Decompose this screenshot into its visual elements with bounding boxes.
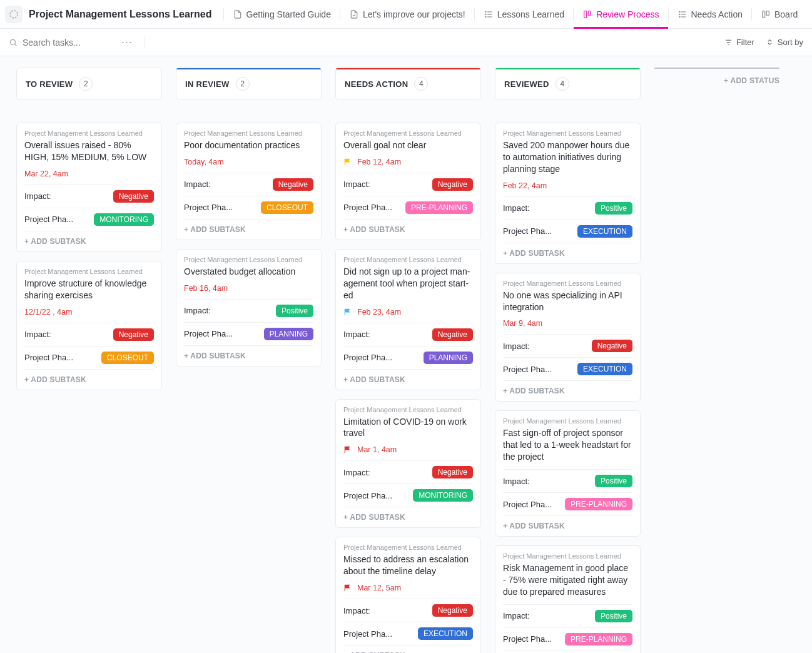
impact-pill[interactable]: Positive	[595, 610, 632, 622]
date-row: Today, 4am	[184, 158, 313, 166]
column-header[interactable]: REVIEWED4	[495, 68, 641, 100]
phase-pill[interactable]: EXECUTION	[577, 363, 632, 375]
phase-pill[interactable]: PRE-PLANNING	[405, 201, 473, 214]
impact-pill[interactable]: Negative	[113, 328, 154, 341]
due-date: Feb 12, 4am	[357, 158, 401, 166]
phase-pill[interactable]: PRE-PLANNING	[565, 633, 632, 645]
views-nav: Getting Started GuideLet's improve our p…	[224, 0, 807, 28]
phase-row: Project Pha...EXECUTION	[503, 357, 632, 380]
impact-row: Impact:Negative	[343, 460, 473, 483]
date-row: Mar 9, 4am	[503, 319, 632, 328]
tab-label: Review Process	[596, 9, 659, 19]
column-count: 4	[414, 77, 428, 91]
svg-point-6	[485, 16, 485, 17]
column-header[interactable]: NEEDS ACTION4	[335, 68, 481, 100]
phase-pill[interactable]: PRE-PLANNING	[565, 498, 632, 510]
phase-pill[interactable]: CLOSEOUT	[101, 352, 154, 364]
add-subtask-button[interactable]: + ADD SUBTASK	[343, 645, 473, 653]
task-title: Saved 200 manpower hours due to automati…	[503, 139, 632, 175]
task-card[interactable]: Project Management Lessons LearnedFast s…	[495, 410, 641, 537]
impact-pill[interactable]: Negative	[432, 178, 473, 191]
task-card[interactable]: Project Management Lessons LearnedNo one…	[495, 273, 641, 402]
filter-button[interactable]: Filter	[724, 38, 754, 47]
column-count: 2	[79, 77, 93, 91]
impact-pill[interactable]: Positive	[595, 202, 632, 215]
task-card[interactable]: Project Management Lessons LearnedRisk M…	[495, 545, 641, 653]
task-card[interactable]: Project Management Lessons LearnedPoor d…	[176, 123, 322, 240]
task-card[interactable]: Project Management Lessons LearnedDid no…	[335, 249, 481, 390]
tab-board[interactable]: Board	[752, 0, 806, 28]
impact-pill[interactable]: Positive	[276, 305, 313, 317]
add-subtask-button[interactable]: + ADD SUBTASK	[343, 369, 473, 390]
task-title: Risk Management in good place - 75% were…	[503, 562, 632, 598]
search-box[interactable]	[9, 38, 109, 48]
phase-row: Project Pha...PRE-PLANNING	[503, 627, 632, 650]
impact-label: Impact:	[184, 180, 211, 189]
project-label: Project Management Lessons Learned	[184, 129, 313, 137]
impact-pill[interactable]: Negative	[432, 604, 473, 617]
add-subtask-button[interactable]: + ADD SUBTASK	[503, 650, 632, 653]
impact-row: Impact:Negative	[503, 334, 632, 357]
phase-label: Project Pha...	[343, 491, 392, 500]
phase-pill[interactable]: PLANNING	[264, 328, 313, 340]
phase-label: Project Pha...	[343, 629, 392, 639]
column-name: NEEDS ACTION	[345, 79, 408, 89]
impact-row: Impact:Negative	[343, 173, 473, 196]
phase-pill[interactable]: CLOSEOUT	[261, 201, 313, 214]
svg-rect-8	[588, 11, 591, 15]
add-subtask-button[interactable]: + ADD SUBTASK	[24, 231, 154, 251]
task-card[interactable]: Project Management Lessons LearnedMissed…	[335, 537, 481, 653]
impact-row: Impact:Positive	[503, 604, 632, 627]
impact-pill[interactable]: Negative	[432, 466, 473, 478]
tab-lessons-learned[interactable]: Lessons Learned	[475, 0, 573, 28]
impact-pill[interactable]: Negative	[592, 340, 632, 352]
project-label: Project Management Lessons Learned	[503, 129, 632, 137]
column-header[interactable]: TO REVIEW2	[16, 68, 162, 100]
phase-row: Project Pha...CLOSEOUT	[24, 346, 154, 369]
impact-pill[interactable]: Positive	[595, 475, 632, 487]
phase-pill[interactable]: MONITORING	[94, 213, 154, 226]
add-subtask-button[interactable]: + ADD SUBTASK	[503, 515, 632, 536]
add-subtask-button[interactable]: + ADD SUBTASK	[24, 369, 154, 390]
add-status-button[interactable]: + ADD STATUS	[654, 68, 779, 85]
date-row: Mar 1, 4am	[343, 445, 473, 454]
column-count: 2	[236, 77, 250, 91]
impact-pill[interactable]: Negative	[432, 328, 473, 341]
search-input[interactable]	[23, 38, 104, 48]
add-subtask-button[interactable]: + ADD SUBTASK	[343, 219, 473, 240]
phase-label: Project Pha...	[503, 226, 552, 236]
task-card[interactable]: Project Management Lessons LearnedOveral…	[335, 123, 481, 240]
tab-getting-started-guide[interactable]: Getting Started Guide	[224, 0, 340, 28]
date-row: Mar 12, 5am	[343, 584, 473, 592]
add-subtask-button[interactable]: + ADD SUBTASK	[503, 243, 632, 263]
more-options-icon[interactable]: ···	[118, 36, 136, 49]
add-subtask-button[interactable]: + ADD SUBTASK	[184, 345, 313, 366]
impact-pill[interactable]: Negative	[113, 190, 154, 203]
task-card[interactable]: Project Management Lessons LearnedLimita…	[335, 399, 481, 529]
tab-review-process[interactable]: Review Process	[574, 0, 667, 28]
phase-pill[interactable]: PLANNING	[424, 352, 473, 364]
column-needs-action: NEEDS ACTION4Project Management Lessons …	[335, 68, 481, 653]
impact-label: Impact:	[503, 342, 530, 351]
project-label: Project Management Lessons Learned	[503, 552, 632, 560]
phase-pill[interactable]: EXECUTION	[418, 627, 473, 640]
phase-pill[interactable]: MONITORING	[413, 489, 473, 502]
task-card[interactable]: Project Management Lessons LearnedImprov…	[16, 261, 162, 390]
sort-button[interactable]: Sort by	[766, 38, 803, 47]
due-date: Mar 1, 4am	[357, 445, 397, 454]
add-subtask-button[interactable]: + ADD SUBTASK	[503, 380, 632, 401]
add-subtask-button[interactable]: + ADD SUBTASK	[343, 507, 473, 527]
tab-label: Board	[774, 9, 798, 19]
column-header[interactable]: IN REVIEW2	[176, 68, 322, 100]
task-card[interactable]: Project Management Lessons LearnedOveral…	[16, 123, 162, 252]
doc-icon	[233, 9, 243, 19]
add-subtask-button[interactable]: + ADD SUBTASK	[184, 219, 313, 240]
impact-pill[interactable]: Negative	[273, 178, 313, 191]
tab-needs-action[interactable]: Needs Action	[669, 0, 752, 28]
phase-pill[interactable]: EXECUTION	[577, 225, 632, 238]
task-card[interactable]: Project Management Lessons LearnedSaved …	[495, 123, 641, 264]
task-card[interactable]: Project Management Lessons LearnedOverst…	[176, 249, 322, 367]
cards-list: Project Management Lessons LearnedSaved …	[495, 123, 641, 653]
phase-label: Project Pha...	[503, 500, 552, 509]
tab-let-s-improve-our-projects-[interactable]: Let's improve our projects!	[340, 0, 474, 28]
